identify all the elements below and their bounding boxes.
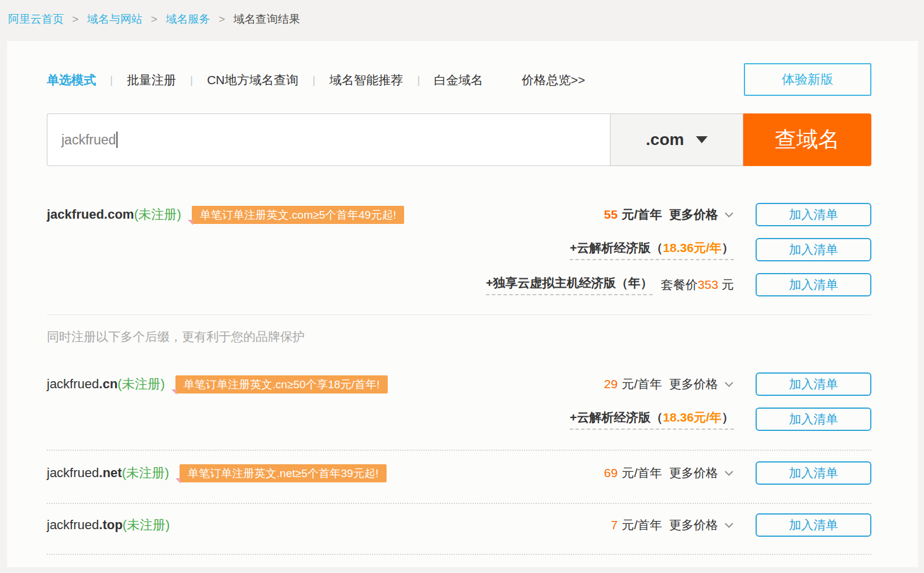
addon-label-text: +云解析经济版（ — [570, 241, 663, 254]
status-unregistered: (未注册) — [118, 377, 165, 391]
more-prices-link[interactable]: 更多价格 — [669, 376, 718, 392]
domain-prefix: jackfrued — [47, 207, 104, 222]
breadcrumb-separator: > — [219, 13, 225, 25]
addon-label[interactable]: +云解析经济版（18.36元/年） — [570, 409, 734, 430]
chevron-down-icon[interactable] — [724, 380, 734, 388]
caret-down-icon — [696, 136, 708, 143]
tld-dropdown[interactable]: .com — [610, 113, 743, 166]
result-row-com: jackfrued.com(未注册) 单笔订单注册英文.com≥5个首年49元起… — [47, 202, 871, 227]
try-new-version-button[interactable]: 体验新版 — [744, 63, 871, 96]
breadcrumb: 阿里云首页 > 域名与网站 > 域名服务 > 域名查询结果 — [0, 0, 924, 27]
status-unregistered: (未注册) — [122, 465, 169, 480]
promo-badge: 单笔订单注册英文.net≥5个首年39元起! — [180, 464, 387, 482]
package-price-label: 套餐价 — [661, 278, 698, 291]
price-info: 7 元/首年 更多价格 — [611, 517, 734, 533]
domain-name: jackfrued.cn(未注册) — [47, 375, 165, 393]
result-row-top: jackfrued.top(未注册) 7 元/首年 更多价格 加入清单 — [47, 513, 871, 537]
domain-name: jackfrued.com(未注册) — [47, 206, 181, 223]
tab-separator: | — [110, 74, 113, 87]
addon-price: 18.36元/年 — [663, 241, 722, 254]
tld-selected-value: .com — [646, 130, 684, 149]
promo-badge: 单笔订单注册英文.com≥5个首年49元起! — [192, 206, 405, 224]
price-unit: 元/首年 — [622, 517, 662, 533]
more-prices-link[interactable]: 更多价格 — [669, 465, 718, 481]
domain-search-card: 单选模式 | 批量注册 | CN地方域名查询 | 域名智能推荐 | 白金域名 价… — [7, 41, 918, 567]
breadcrumb-separator: > — [72, 13, 78, 25]
add-to-list-button[interactable]: 加入清单 — [756, 273, 871, 296]
row-divider — [47, 450, 871, 451]
tab-separator: | — [417, 74, 420, 87]
addon-label-text: +云解析经济版（ — [570, 410, 663, 424]
tab-single-mode[interactable]: 单选模式 — [47, 72, 96, 88]
promo-badge: 单笔订单注册英文.cn≥50个享18元/首年! — [175, 375, 388, 393]
breadcrumb-current: 域名查询结果 — [233, 13, 300, 25]
price-value: 69 — [604, 466, 618, 480]
price-overview-link[interactable]: 价格总览>> — [522, 72, 585, 88]
brand-protection-tip: 同时注册以下多个后缀，更有利于您的品牌保护 — [47, 329, 871, 345]
add-to-list-button[interactable]: 加入清单 — [756, 203, 871, 226]
price-unit: 元/首年 — [622, 465, 662, 481]
add-to-list-button[interactable]: 加入清单 — [756, 461, 871, 485]
addon-label-text: ） — [722, 241, 734, 254]
text-cursor — [116, 132, 118, 148]
search-results: jackfrued.com(未注册) 单笔订单注册英文.com≥5个首年49元起… — [47, 202, 871, 555]
addon-row-dns: +云解析经济版（18.36元/年） 加入清单 — [47, 237, 871, 262]
price-info: 55 元/首年 更多价格 — [604, 206, 734, 223]
add-to-list-button[interactable]: 加入清单 — [756, 238, 871, 261]
addon-label-text: ） — [722, 410, 734, 424]
breadcrumb-separator: > — [151, 13, 157, 25]
package-price-unit: 元 — [722, 278, 734, 291]
domain-name: jackfrued.top(未注册) — [47, 516, 170, 534]
domain-suffix: .net — [99, 465, 122, 480]
breadcrumb-link-home[interactable]: 阿里云首页 — [8, 13, 64, 25]
domain-suffix: .com — [104, 207, 134, 222]
price-value: 29 — [604, 377, 618, 391]
more-prices-link[interactable]: 更多价格 — [669, 517, 718, 533]
price-unit: 元/首年 — [622, 206, 662, 223]
domain-prefix: jackfrued — [47, 465, 99, 480]
domain-suffix: .top — [99, 517, 122, 532]
tab-separator: | — [190, 74, 193, 87]
promo-text: 单笔订单注册英文.cn≥50个享18元/首年! — [184, 378, 380, 391]
row-divider — [47, 503, 871, 504]
status-unregistered: (未注册) — [134, 207, 181, 222]
tab-batch-register[interactable]: 批量注册 — [127, 72, 176, 88]
domain-name: jackfrued.net(未注册) — [47, 464, 169, 482]
addon-price: 18.36元/年 — [663, 410, 722, 424]
ribbon-tail-icon — [175, 478, 181, 484]
tab-platinum-domain[interactable]: 白金域名 — [434, 72, 483, 88]
chevron-down-icon[interactable] — [724, 210, 734, 219]
package-price-info: 套餐价353 元 — [661, 277, 734, 293]
price-info: 69 元/首年 更多价格 — [604, 465, 734, 481]
status-unregistered: (未注册) — [123, 517, 170, 532]
ribbon-tail-icon — [188, 220, 193, 225]
tab-cn-local-query[interactable]: CN地方域名查询 — [207, 72, 298, 88]
domain-search-bar: jackfrued .com 查域名 — [47, 113, 871, 166]
add-to-list-button[interactable]: 加入清单 — [756, 408, 871, 431]
mode-tabs: 单选模式 | 批量注册 | CN地方域名查询 | 域名智能推荐 | 白金域名 价… — [47, 63, 871, 97]
add-to-list-button[interactable]: 加入清单 — [756, 513, 871, 537]
ribbon-tail-icon — [171, 389, 177, 395]
addon-row-host: +独享云虚拟主机经济版（年） 套餐价353 元 加入清单 — [47, 272, 871, 297]
row-divider — [47, 554, 871, 555]
promo-text: 单笔订单注册英文.com≥5个首年49元起! — [200, 209, 397, 221]
search-input-value: jackfrued — [61, 132, 116, 148]
addon-row-dns: +云解析经济版（18.36元/年） 加入清单 — [47, 407, 871, 432]
result-row-cn: jackfrued.cn(未注册) 单笔订单注册英文.cn≥50个享18元/首年… — [47, 372, 871, 396]
chevron-down-icon[interactable] — [724, 469, 734, 477]
chevron-down-icon[interactable] — [724, 521, 734, 529]
addon-label[interactable]: +云解析经济版（18.36元/年） — [570, 240, 734, 260]
tab-smart-recommend[interactable]: 域名智能推荐 — [329, 72, 403, 88]
result-row-net: jackfrued.net(未注册) 单笔订单注册英文.net≥5个首年39元起… — [47, 461, 871, 485]
breadcrumb-link-domain-service[interactable]: 域名服务 — [166, 13, 210, 25]
price-info: 29 元/首年 更多价格 — [604, 376, 734, 392]
search-domain-button[interactable]: 查域名 — [743, 113, 871, 166]
search-input[interactable]: jackfrued — [47, 113, 610, 166]
domain-prefix: jackfrued — [47, 377, 99, 391]
price-value: 55 — [604, 208, 618, 222]
price-unit: 元/首年 — [622, 376, 662, 392]
add-to-list-button[interactable]: 加入清单 — [756, 372, 871, 396]
breadcrumb-link-domain-website[interactable]: 域名与网站 — [87, 13, 143, 25]
more-prices-link[interactable]: 更多价格 — [669, 206, 718, 223]
addon-label[interactable]: +独享云虚拟主机经济版（年） — [486, 275, 653, 295]
